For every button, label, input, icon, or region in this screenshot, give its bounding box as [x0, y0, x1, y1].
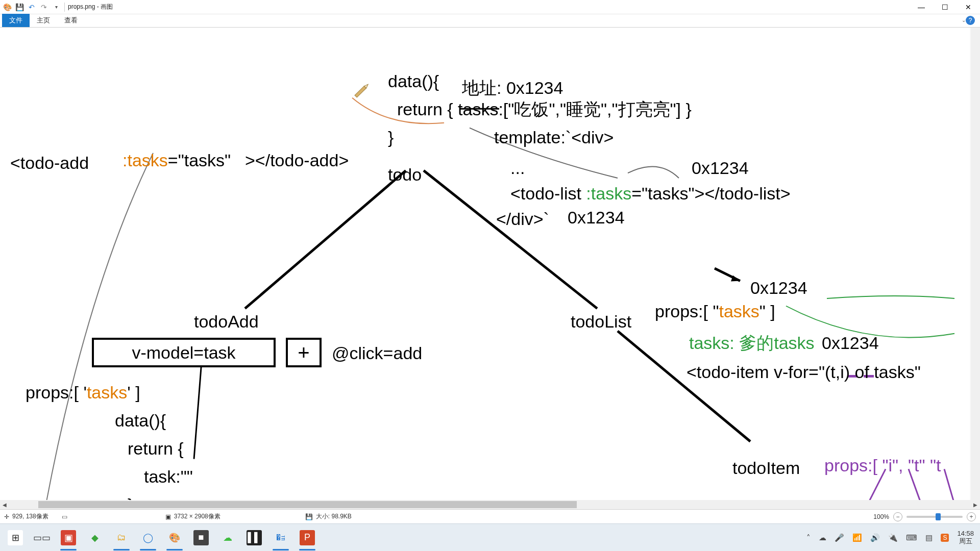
app-icon: 🎨	[2, 2, 12, 12]
zoom-percent-label: 100%	[873, 513, 889, 520]
canvas-viewport[interactable]: data(){ 地址: 0x1234 return { tasks:["吃饭",…	[0, 28, 980, 509]
taskbar-app-vscode-icon: �ⲷ	[273, 530, 288, 545]
taskbar-app-chrome[interactable]: ◯	[135, 524, 161, 552]
taskbar-app-powerpoint[interactable]: P	[294, 524, 321, 552]
node-todo-list: todoList	[571, 311, 631, 332]
code-todo-list-attr: :tasks	[586, 184, 631, 203]
code-todo-item-vfor-c: of tasks"	[850, 362, 921, 382]
zoom-controls: 100% − +	[873, 512, 976, 521]
code-data-fn-open: data(){	[388, 71, 439, 92]
tray-volume-icon[interactable]: 🔊	[870, 533, 880, 542]
taskbar-app-files[interactable]: ■	[188, 524, 214, 552]
selection-icon: ▭	[62, 513, 67, 520]
help-button[interactable]: ?	[966, 16, 975, 25]
redo-button[interactable]: ↷	[39, 2, 49, 12]
tray-power-icon[interactable]: 🔌	[888, 533, 898, 542]
taskbar-app-terminal-icon: ▌▌	[247, 530, 262, 545]
status-cursor-pos-text: 929, 138像素	[12, 512, 48, 521]
taskbar-app-mspaint[interactable]: 🎨	[161, 524, 188, 552]
tab-home[interactable]: 主页	[30, 14, 57, 27]
tray-ime-icon[interactable]: ⌨	[906, 533, 917, 542]
code-todo-addr-right: 0x1234	[692, 158, 749, 179]
code-tasks-parent-text: tasks: 爹的tasks	[689, 333, 815, 353]
hscroll-left-arrow[interactable]: ◀	[0, 500, 9, 509]
tray-cloud-icon[interactable]: ☁	[819, 533, 826, 542]
close-button[interactable]: ✕	[957, 0, 980, 14]
save-button[interactable]: 💾	[14, 2, 24, 12]
svg-marker-4	[731, 276, 740, 282]
taskbar-app-nodejs-icon: ◆	[87, 530, 103, 545]
system-tray: ˄ ☁ 🎤 📶 🔊 🔌 ⌨ ▤ S 14:58 周五	[806, 530, 978, 545]
code-add-data-task: task:""	[144, 466, 193, 487]
taskbar-app-taskview[interactable]: ▭▭	[29, 524, 55, 552]
maximize-button[interactable]: ☐	[933, 0, 957, 14]
taskbar-app-vscode[interactable]: �ⲷ	[267, 524, 294, 552]
taskbar-app-nodejs[interactable]: ◆	[82, 524, 108, 552]
svg-line-11	[944, 469, 954, 504]
tray-notify-icon[interactable]: ▤	[925, 533, 933, 542]
code-click-add: @click=add	[332, 343, 422, 364]
tray-overflow-icon[interactable]: ˄	[806, 533, 811, 542]
code-todo-item-vfor-a: <todo-item v-for="	[687, 362, 825, 382]
code-data-fn-close: }	[388, 127, 394, 148]
tray-wifi-icon[interactable]: 📶	[852, 533, 862, 542]
svg-line-3	[715, 268, 740, 281]
code-todo-add-attr-wrap: :tasks="tasks"	[122, 150, 231, 171]
taskbar-app-wechat-icon: ☁	[220, 530, 235, 545]
tab-file[interactable]: 文件	[2, 14, 30, 27]
zoom-slider[interactable]	[906, 516, 963, 518]
code-data-fn-addr: 地址: 0x1234	[462, 78, 563, 98]
taskbar-app-camtasia[interactable]: ▣	[55, 524, 82, 552]
taskbar-app-chrome-icon: ◯	[140, 530, 156, 545]
hscroll-track[interactable]	[9, 500, 971, 509]
code-add-data-open: data(){	[115, 410, 166, 431]
taskbar-app-files-icon: ■	[193, 530, 209, 545]
code-todolist-props-name: tasks	[719, 302, 759, 321]
vertical-scrollbar[interactable]	[971, 28, 980, 500]
code-todo-item-vfor-b: (t,i)	[825, 362, 850, 382]
quick-access-toolbar: 🎨 💾 ↶ ↷ ▾	[2, 2, 61, 12]
code-todo-add-eq: ="tasks"	[168, 151, 231, 170]
zoom-out-button[interactable]: −	[893, 512, 902, 521]
taskbar-app-wechat[interactable]: ☁	[214, 524, 241, 552]
tab-view[interactable]: 查看	[57, 14, 85, 27]
undo-button[interactable]: ↶	[27, 2, 37, 12]
taskbar-app-terminal[interactable]: ▌▌	[241, 524, 267, 552]
code-todo-list-open: <todo-list	[510, 184, 586, 203]
ribbon-collapse-button[interactable]: ⌄	[962, 17, 966, 23]
svg-rect-12	[355, 86, 366, 97]
code-todo-add-attr: :tasks	[122, 151, 168, 170]
zoom-slider-knob[interactable]	[936, 513, 941, 520]
status-file-size-text: 大小: 98.9KB	[316, 512, 352, 521]
dimensions-icon: ▣	[165, 513, 171, 520]
minimize-button[interactable]: —	[910, 0, 933, 14]
title-separator	[64, 3, 65, 12]
code-todolist-props: props:[ "tasks" ]	[655, 301, 775, 322]
taskbar-app-start[interactable]: ⊞	[2, 524, 29, 552]
qat-dropdown[interactable]: ▾	[51, 2, 61, 12]
taskbar-app-powerpoint-icon: P	[300, 530, 315, 545]
taskbar-clock[interactable]: 14:58 周五	[957, 530, 974, 545]
hscroll-right-arrow[interactable]: ▶	[971, 500, 980, 509]
hscroll-thumb[interactable]	[38, 501, 577, 508]
zoom-in-button[interactable]: +	[967, 512, 976, 521]
painting-canvas[interactable]: data(){ 地址: 0x1234 return { tasks:["吃饭",…	[0, 28, 970, 509]
status-cursor-pos: ✛ 929, 138像素	[4, 512, 48, 521]
status-image-size-text: 3732 × 2908像素	[174, 512, 220, 521]
code-todo-item-vfor: <todo-item v-for="(t,i) of tasks"	[687, 362, 921, 383]
horizontal-scrollbar[interactable]: ◀ ▶	[0, 500, 980, 509]
code-data-fn-return: return { tasks:["吃饭","睡觉","打亮亮"] }	[397, 99, 692, 120]
tray-sogou-icon[interactable]: S	[941, 534, 949, 542]
taskbar-app-explorer[interactable]: 🗂	[108, 524, 135, 552]
document-title: props.png - 画图	[68, 3, 113, 11]
tray-mic-icon[interactable]: 🎤	[835, 533, 844, 542]
code-add-props: props:[ 'tasks' ]	[26, 382, 140, 403]
title-bar: 🎨 💾 ↶ ↷ ▾ props.png - 画图 — ☐ ✕	[0, 0, 980, 14]
code-todo-list-eq: ="tasks"	[631, 184, 694, 203]
taskbar-clock-date: 周五	[957, 538, 974, 545]
code-template-close: </div>`	[496, 209, 549, 230]
mock-button-plus: +	[286, 338, 322, 367]
code-todoitem-props-mid: ", "	[892, 456, 914, 475]
taskbar-app-taskview-icon: ▭▭	[34, 530, 50, 545]
code-todoitem-props: props:[ "i", "t" "t	[824, 455, 941, 476]
